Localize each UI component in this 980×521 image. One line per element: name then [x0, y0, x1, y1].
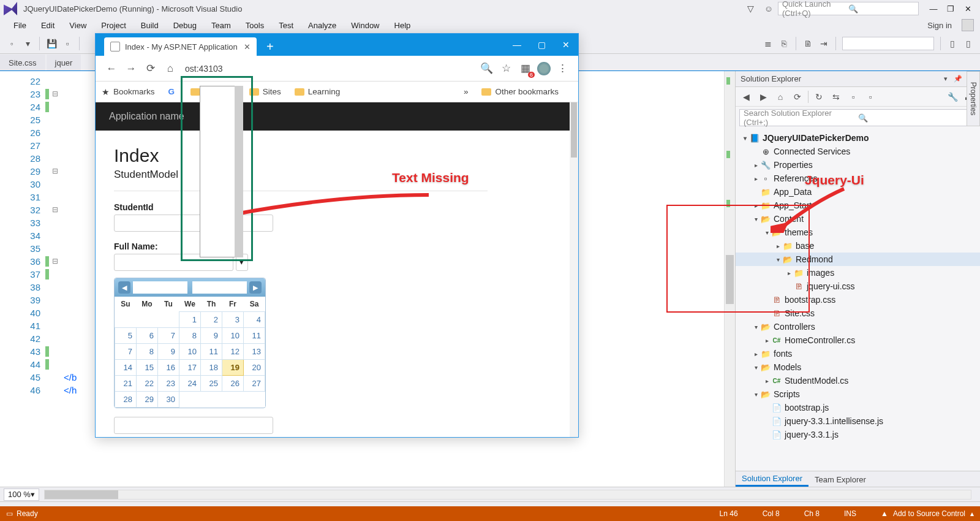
app-name-label[interactable]: Application name: [109, 111, 184, 122]
datepicker-day[interactable]: 20: [244, 359, 265, 375]
browser-tab[interactable]: Index - My ASP.NET Application ✕: [104, 37, 257, 56]
datepicker-next-icon[interactable]: ▶: [249, 281, 262, 294]
doc-tab-sitecss[interactable]: Site.css: [0, 55, 45, 70]
menu-project[interactable]: Project: [94, 17, 133, 33]
doc-tab-jquery[interactable]: jquer: [47, 55, 81, 70]
datepicker-month-select[interactable]: [133, 281, 187, 294]
menu-test[interactable]: Test: [271, 17, 301, 33]
datepicker-day[interactable]: 18: [201, 359, 222, 375]
browser-vscrollbar[interactable]: [570, 102, 578, 437]
new-icon[interactable]: ▫: [61, 36, 74, 51]
tab-team-explorer[interactable]: Team Explorer: [809, 472, 872, 487]
datepicker-day[interactable]: 16: [158, 359, 179, 375]
tree-node-root[interactable]: ▾📘JQueryUIDatePickerDemo: [736, 131, 980, 145]
profile-avatar-icon[interactable]: [537, 62, 551, 75]
sign-in-link[interactable]: Sign in: [921, 21, 958, 30]
datepicker-day[interactable]: 13: [244, 343, 265, 359]
tree-node-scripts[interactable]: ▾📂Scripts: [736, 387, 980, 401]
datepicker-day[interactable]: 29: [137, 391, 158, 407]
misc-icon[interactable]: ▯: [946, 36, 959, 51]
datepicker-day[interactable]: 10: [179, 343, 201, 359]
datepicker-day[interactable]: 19: [222, 359, 244, 375]
datepicker[interactable]: ◀ ▶ SuMoTuWeThFrSa1234567891011789101112…: [114, 278, 266, 408]
datepicker-day[interactable]: 1: [179, 311, 201, 327]
solexp-properties-icon[interactable]: 🔧: [946, 90, 959, 104]
datepicker-day[interactable]: 7: [115, 343, 137, 359]
datepicker-day[interactable]: 11: [244, 327, 265, 343]
tree-node-controllers[interactable]: ▾📂Controllers: [736, 320, 980, 333]
solexp-fwd-icon[interactable]: ▶: [756, 90, 770, 104]
datepicker-day[interactable]: 24: [179, 375, 201, 391]
browser-close-button[interactable]: ✕: [554, 34, 578, 56]
nav-back-icon[interactable]: ◦: [5, 36, 18, 51]
browser-forward-icon[interactable]: →: [123, 61, 139, 77]
browser-menu-icon[interactable]: ⋮: [554, 61, 570, 77]
datepicker-day[interactable]: 27: [244, 375, 265, 391]
datepicker-day[interactable]: 14: [115, 359, 137, 375]
bookmark-learning[interactable]: Learning: [295, 87, 341, 96]
tree-node-studentmodel[interactable]: ▸C#StudentModel.cs: [736, 374, 980, 387]
close-button[interactable]: ✕: [959, 2, 976, 15]
browser-maximize-button[interactable]: ▢: [529, 34, 554, 56]
menu-help[interactable]: Help: [387, 17, 418, 33]
datepicker-day[interactable]: 10: [222, 327, 244, 343]
solexp-back-icon[interactable]: ◀: [739, 90, 753, 104]
datepicker-day[interactable]: 6: [137, 327, 158, 343]
datepicker-day[interactable]: 2: [201, 311, 222, 327]
find-input[interactable]: [842, 37, 934, 50]
maximize-button[interactable]: ❐: [942, 2, 959, 15]
properties-side-tab[interactable]: Properties: [967, 71, 980, 126]
tree-node-jqueryintel[interactable]: 📄jquery-3.3.1.intellisense.js: [736, 414, 980, 428]
datepicker-day[interactable]: 8: [179, 327, 201, 343]
browser-home-icon[interactable]: ⌂: [162, 61, 178, 77]
datepicker-year-select[interactable]: [192, 281, 247, 294]
tree-node-bootstrapjs[interactable]: 📄bootstrap.js: [736, 401, 980, 414]
comment-icon[interactable]: ⎘: [777, 36, 791, 51]
bookmark-sites[interactable]: Sites: [249, 87, 281, 96]
tree-node-connected[interactable]: ⊕Connected Services: [736, 145, 980, 158]
datepicker-day[interactable]: 12: [222, 343, 244, 359]
misc2-icon[interactable]: ▯: [962, 36, 975, 51]
datepicker-day[interactable]: 25: [201, 375, 222, 391]
extension-icon[interactable]: ▦6: [518, 61, 533, 77]
datepicker-prev-icon[interactable]: ◀: [118, 281, 130, 294]
solexp-refresh-icon[interactable]: ↻: [812, 90, 826, 104]
input-extra[interactable]: [114, 417, 273, 434]
tree-node-models[interactable]: ▾📂Models: [736, 360, 980, 374]
tab-solution-explorer[interactable]: Solution Explorer: [736, 472, 809, 487]
url-field[interactable]: ost:43103: [185, 64, 472, 74]
browser-minimize-button[interactable]: —: [505, 34, 529, 56]
datepicker-day[interactable]: 30: [158, 391, 179, 407]
add-source-control-icon[interactable]: ▲: [881, 509, 888, 518]
browser-back-icon[interactable]: ←: [104, 61, 119, 77]
datepicker-day[interactable]: 8: [137, 343, 158, 359]
solexp-dropdown-icon[interactable]: ▾: [941, 74, 951, 84]
solexp-showall-icon[interactable]: ▫: [846, 90, 860, 104]
menu-debug[interactable]: Debug: [166, 17, 204, 33]
star-icon[interactable]: ☆: [498, 61, 514, 77]
fold-column[interactable]: ⊟⊟⊟⊟: [49, 71, 61, 487]
browser-title-bar[interactable]: Index - My ASP.NET Application ✕ + — ▢ ✕: [96, 34, 578, 56]
save-icon[interactable]: 💾: [45, 36, 58, 51]
datepicker-day[interactable]: 7: [158, 327, 179, 343]
tree-node-jqueryjs[interactable]: 📄jquery-3.3.1.js: [736, 428, 980, 441]
solexp-collapse-icon[interactable]: ⇆: [829, 90, 843, 104]
new-tab-button[interactable]: +: [262, 38, 279, 55]
datepicker-day[interactable]: 28: [115, 391, 137, 407]
minimize-button[interactable]: —: [925, 2, 942, 15]
datepicker-day[interactable]: 3: [222, 311, 244, 327]
solexp-pin-icon[interactable]: 📌: [953, 74, 963, 84]
datepicker-day[interactable]: 9: [158, 343, 179, 359]
solexp-home-icon[interactable]: ⌂: [774, 90, 787, 104]
menu-edit[interactable]: Edit: [34, 17, 62, 33]
zoom-level[interactable]: 100 % ▾: [4, 489, 39, 501]
other-bookmarks[interactable]: Other bookmarks: [481, 87, 559, 96]
solexp-preview-icon[interactable]: ▫: [864, 90, 877, 104]
editor-hscrollbar[interactable]: [44, 490, 971, 500]
user-avatar-icon[interactable]: [962, 19, 974, 31]
datepicker-day[interactable]: 11: [201, 343, 222, 359]
bookmarks-menu[interactable]: ★Bookmarks: [102, 87, 155, 97]
quick-launch-input[interactable]: Quick Launch (Ctrl+Q) 🔍: [778, 2, 919, 15]
bookmarks-overflow-icon[interactable]: »: [464, 87, 469, 96]
menu-tools[interactable]: Tools: [238, 17, 271, 33]
